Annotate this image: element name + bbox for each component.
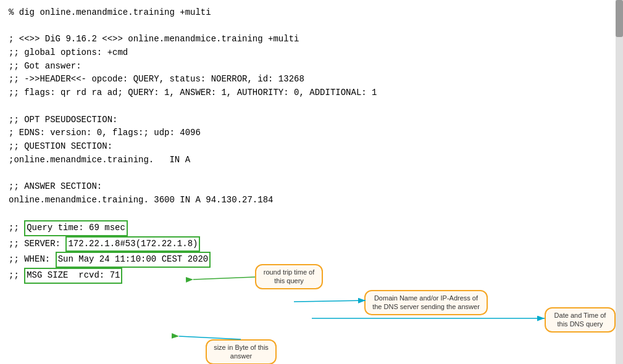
scrollbar[interactable] <box>616 0 623 364</box>
server-highlight: 172.22.1.8#53(172.22.1.8) <box>65 236 200 252</box>
date-time-bubble: Date and Time of this DNS query <box>545 307 616 333</box>
scrollbar-thumb[interactable] <box>616 0 623 37</box>
query-time-highlight: Query time: 69 msec <box>24 220 128 236</box>
server-arrow <box>294 300 366 302</box>
msgsize-highlight: MSG SIZE rcvd: 71 <box>24 268 122 284</box>
terminal-output: % dig online.menandmice.training +multi … <box>0 0 605 290</box>
domain-name-bubble: Domain Name and/or IP-Adress of the DNS … <box>364 290 488 315</box>
when-highlight: Sun May 24 11:10:00 CEST 2020 <box>56 252 211 268</box>
terminal-text: % dig online.menandmice.training +multi … <box>9 6 596 284</box>
round-trip-bubble: round trip time of this query <box>255 264 323 289</box>
size-byte-bubble: size in Byte of this answer <box>206 339 277 364</box>
